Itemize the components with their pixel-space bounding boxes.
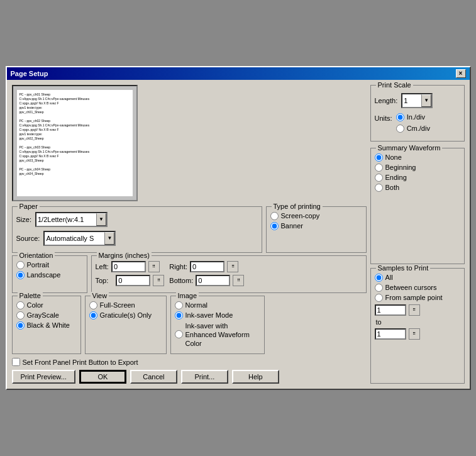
- landscape-radio[interactable]: [16, 271, 25, 279]
- cmdiv-radio[interactable]: [396, 125, 404, 133]
- bw-option[interactable]: Black & White: [16, 321, 77, 330]
- indiv-option[interactable]: In./div: [396, 113, 430, 121]
- right-margin-label: Right:: [169, 263, 187, 270]
- preview-content: PC→ppv_ch01 Sheep C:vAppv.ppg Sh.1 C#c:v…: [17, 90, 133, 196]
- inksaver-option[interactable]: Ink-saver Mode: [175, 311, 260, 320]
- samples-to-print-group: Samples to Print All Between cursors Fro…: [370, 268, 465, 384]
- normal-label: Normal: [185, 301, 208, 309]
- grayscale-option[interactable]: GrayScale: [16, 311, 77, 320]
- paper-size-input[interactable]: [36, 215, 96, 224]
- from-sample-input[interactable]: [375, 304, 406, 316]
- indiv-radio[interactable]: [396, 113, 404, 121]
- banner-radio[interactable]: [270, 222, 279, 230]
- paper-size-combobox[interactable]: ▼: [35, 212, 108, 227]
- close-button[interactable]: ×: [456, 69, 466, 78]
- right-margin-grid-btn[interactable]: ⠿: [227, 261, 238, 272]
- sw-none-option[interactable]: None: [375, 153, 460, 162]
- print-scale-label: Print Scale: [376, 81, 413, 89]
- from-value-row: ⠿: [375, 304, 460, 316]
- sw-none-radio[interactable]: [375, 153, 383, 162]
- bottom-margin-input[interactable]: [196, 275, 230, 286]
- landscape-option[interactable]: Landscape: [16, 271, 83, 279]
- top-margin-label: Top:: [96, 277, 109, 284]
- sw-beginning-option[interactable]: Beginning: [375, 164, 460, 172]
- sw-ending-label: Ending: [385, 174, 407, 181]
- inksaver-enhanced-radio[interactable]: [175, 330, 183, 338]
- color-palette-option[interactable]: Color: [16, 301, 77, 309]
- screen-copy-radio[interactable]: [270, 212, 279, 220]
- indiv-label: In./div: [407, 113, 425, 121]
- inksaver-enhanced-option[interactable]: Ink-saver with Enhanced Waveform Color: [175, 321, 260, 348]
- orientation-group: Orientation Portrait Landscape: [12, 255, 87, 293]
- to-label: to: [376, 318, 382, 326]
- summary-waveform-label: Summary Waveform: [376, 144, 443, 152]
- banner-option[interactable]: Banner: [270, 222, 362, 230]
- sw-both-option[interactable]: Both: [375, 184, 460, 192]
- left-margin-input[interactable]: [111, 261, 146, 272]
- print-button[interactable]: Print...: [181, 370, 228, 384]
- graticule-radio[interactable]: [89, 311, 97, 320]
- sw-beginning-radio[interactable]: [375, 164, 383, 172]
- inksaver-enhanced-label: Ink-saver with Enhanced Waveform Color: [185, 321, 260, 348]
- cmdiv-option[interactable]: Cm./div: [396, 125, 430, 133]
- length-input[interactable]: [402, 96, 421, 105]
- orientation-group-label: Orientation: [18, 252, 55, 259]
- color-radio[interactable]: [16, 301, 25, 309]
- right-margin-input[interactable]: [190, 261, 224, 272]
- bottom-margin-grid-btn[interactable]: ⠿: [233, 275, 244, 286]
- margins-group: Margins (inches) Left: ⠿ Top:: [91, 255, 367, 293]
- top-margin-grid-btn[interactable]: ⠿: [153, 275, 164, 286]
- length-label: Length:: [375, 97, 398, 104]
- set-front-panel-checkbox[interactable]: [12, 358, 20, 366]
- fullscreen-option[interactable]: Full-Screen: [89, 301, 162, 309]
- portrait-label: Portrait: [27, 261, 49, 269]
- from-sample-option[interactable]: From sample point: [375, 294, 460, 302]
- help-button[interactable]: Help: [232, 370, 279, 384]
- sw-ending-radio[interactable]: [375, 174, 383, 182]
- paper-source-dropdown-btn[interactable]: ▼: [104, 232, 114, 245]
- left-margin-label: Left:: [96, 263, 109, 270]
- window-title: Page Setup: [11, 70, 48, 77]
- bw-label: Black & White: [27, 321, 70, 329]
- all-label: All: [385, 274, 393, 281]
- view-group: View Full-Screen Graticule(s) Only: [85, 296, 167, 355]
- from-sample-grid-btn[interactable]: ⠿: [409, 304, 420, 316]
- between-cursors-radio[interactable]: [375, 284, 383, 292]
- grayscale-radio[interactable]: [16, 311, 25, 320]
- sw-none-label: None: [385, 153, 402, 161]
- print-preview-button[interactable]: Print Preview...: [12, 370, 75, 384]
- type-printing-label: Type of printing: [272, 203, 323, 210]
- units-options: In./div Cm./div: [396, 113, 430, 135]
- all-samples-radio[interactable]: [375, 274, 383, 282]
- left-margin-grid-btn[interactable]: ⠿: [148, 261, 160, 272]
- fullscreen-radio[interactable]: [89, 301, 97, 309]
- paper-group-label: Paper: [18, 203, 40, 210]
- normal-image-option[interactable]: Normal: [175, 301, 260, 309]
- paper-size-dropdown-btn[interactable]: ▼: [96, 213, 106, 226]
- set-front-panel-label: Set Front Panel Print Button to Export: [23, 359, 138, 366]
- button-row: Print Preview... OK Cancel Print... Help: [12, 370, 367, 384]
- portrait-radio[interactable]: [16, 261, 25, 269]
- ok-button[interactable]: OK: [79, 370, 126, 384]
- margins-group-label: Margins (inches): [97, 252, 152, 259]
- from-sample-radio[interactable]: [375, 294, 383, 302]
- inksaver-radio[interactable]: [175, 311, 183, 320]
- graticule-option[interactable]: Graticule(s) Only: [89, 311, 162, 320]
- sw-both-radio[interactable]: [375, 184, 383, 192]
- screen-copy-option[interactable]: Screen-copy: [270, 212, 362, 220]
- normal-radio[interactable]: [175, 301, 183, 309]
- bw-radio[interactable]: [16, 321, 25, 330]
- between-cursors-option[interactable]: Between cursors: [375, 284, 460, 292]
- cancel-button[interactable]: Cancel: [130, 370, 177, 384]
- portrait-option[interactable]: Portrait: [16, 261, 83, 269]
- top-margin-input[interactable]: [116, 275, 150, 286]
- all-samples-option[interactable]: All: [375, 274, 460, 282]
- sw-ending-option[interactable]: Ending: [375, 174, 460, 182]
- to-sample-input[interactable]: [375, 328, 406, 340]
- length-dropdown-btn[interactable]: ▼: [421, 94, 431, 107]
- paper-source-input[interactable]: [45, 234, 104, 243]
- to-sample-grid-btn[interactable]: ⠿: [409, 328, 420, 340]
- length-combobox[interactable]: ▼: [401, 93, 433, 108]
- palette-group-label: Palette: [18, 292, 43, 299]
- paper-source-combobox[interactable]: ▼: [43, 231, 116, 246]
